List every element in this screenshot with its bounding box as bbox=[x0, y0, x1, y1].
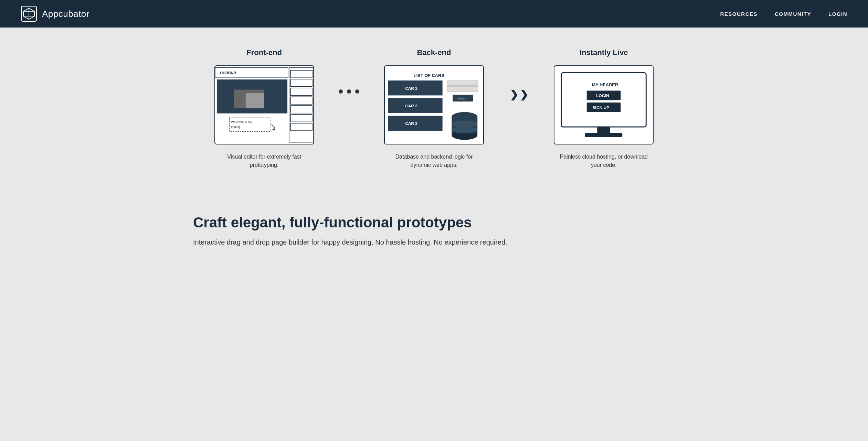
chevron-1: ❯ bbox=[510, 89, 518, 100]
svg-point-39 bbox=[452, 127, 477, 133]
frontend-illustration: OURBNB Welcome to my cool s| bbox=[214, 65, 314, 144]
svg-text:CAR 2: CAR 2 bbox=[405, 104, 417, 108]
backend-title: Back-end bbox=[417, 48, 451, 57]
backend-description: Database and backend logic for dynamic w… bbox=[386, 153, 482, 169]
svg-text:OURBNB: OURBNB bbox=[220, 71, 236, 75]
craft-section: Craft elegant, fully-functional prototyp… bbox=[193, 214, 675, 247]
svg-rect-31 bbox=[447, 80, 478, 86]
dot-3 bbox=[355, 89, 359, 94]
feature-backend: Back-end LIST OF CARS CAR 1 CAR 2 CAR 3 bbox=[363, 48, 505, 169]
svg-text:MY HEADER: MY HEADER bbox=[592, 82, 618, 87]
feature-live: Instantly Live MY HEADER LOGIN SIGN UP bbox=[533, 48, 675, 169]
svg-text:LOGIN: LOGIN bbox=[457, 97, 465, 100]
svg-rect-18 bbox=[245, 93, 264, 108]
chevrons: ❯ ❯ bbox=[510, 89, 528, 100]
svg-rect-13 bbox=[290, 106, 312, 113]
chevrons-separator: ❯ ❯ bbox=[505, 48, 533, 100]
svg-rect-12 bbox=[290, 97, 312, 104]
features-section: Front-end OURBNB bbox=[193, 48, 675, 169]
live-illustration: MY HEADER LOGIN SIGN UP bbox=[554, 65, 654, 144]
svg-rect-15 bbox=[290, 123, 312, 131]
dot-1 bbox=[339, 89, 343, 94]
nav-community[interactable]: COMMUNITY bbox=[775, 11, 811, 17]
frontend-description: Visual editor for extremely fast prototy… bbox=[216, 153, 313, 169]
dot-2 bbox=[347, 89, 351, 94]
svg-rect-32 bbox=[447, 87, 478, 92]
nav-resources[interactable]: RESOURCES bbox=[720, 11, 758, 17]
feature-frontend: Front-end OURBNB bbox=[193, 48, 335, 169]
svg-rect-8 bbox=[289, 68, 314, 142]
backend-illustration: LIST OF CARS CAR 1 CAR 2 CAR 3 LOGIN bbox=[384, 65, 484, 144]
frontend-title: Front-end bbox=[246, 48, 282, 57]
svg-text:SIGN UP: SIGN UP bbox=[593, 105, 610, 110]
svg-text:CAR 1: CAR 1 bbox=[405, 86, 417, 91]
dots-separator bbox=[335, 48, 363, 94]
svg-text:cool s|: cool s| bbox=[231, 125, 240, 129]
svg-text:LIST OF CARS: LIST OF CARS bbox=[414, 73, 444, 78]
nav-login[interactable]: LOGIN bbox=[828, 11, 847, 17]
live-title: Instantly Live bbox=[580, 48, 628, 57]
main-content: Front-end OURBNB bbox=[0, 28, 868, 275]
svg-point-38 bbox=[452, 120, 477, 127]
live-description: Painless cloud hosting, or download your… bbox=[555, 153, 652, 169]
svg-text:Welcome to my: Welcome to my bbox=[231, 120, 252, 124]
cube-icon bbox=[21, 6, 37, 22]
svg-rect-10 bbox=[290, 79, 312, 87]
brand-link[interactable]: Appcubator bbox=[21, 6, 89, 22]
craft-title: Craft elegant, fully-functional prototyp… bbox=[193, 214, 675, 231]
brand-name: Appcubator bbox=[42, 9, 89, 19]
svg-rect-11 bbox=[290, 88, 312, 96]
svg-text:LOGIN: LOGIN bbox=[596, 93, 609, 98]
chevron-2: ❯ bbox=[520, 89, 528, 100]
section-divider bbox=[193, 197, 675, 197]
dots bbox=[339, 89, 359, 94]
nav-links: RESOURCES COMMUNITY LOGIN bbox=[720, 11, 847, 17]
svg-rect-9 bbox=[290, 70, 312, 78]
craft-subtitle: Interactive drag and drop page builder f… bbox=[193, 237, 675, 247]
svg-rect-14 bbox=[290, 115, 312, 122]
navbar: Appcubator RESOURCES COMMUNITY LOGIN bbox=[0, 0, 868, 28]
svg-text:CAR 3: CAR 3 bbox=[405, 121, 417, 126]
svg-rect-48 bbox=[597, 127, 610, 134]
svg-rect-49 bbox=[585, 133, 622, 137]
